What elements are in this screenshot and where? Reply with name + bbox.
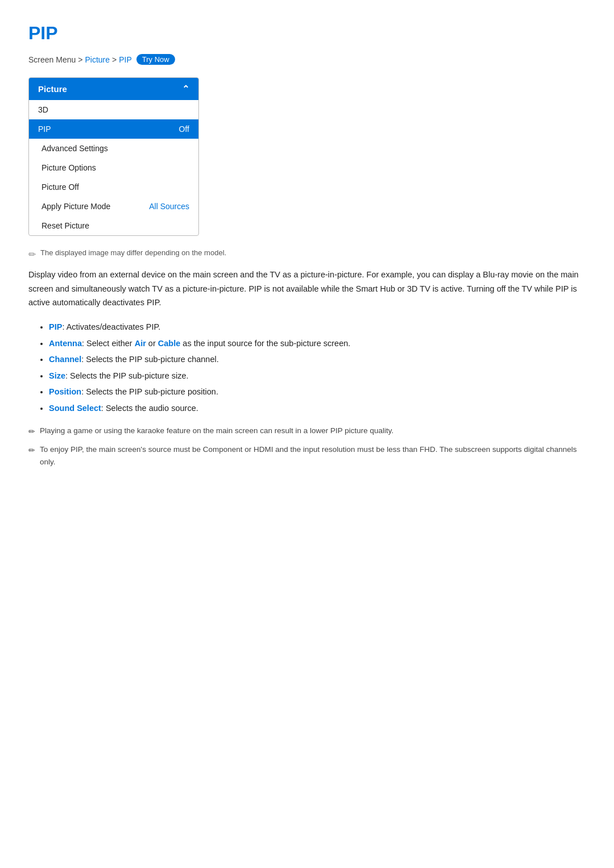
menu-item-picture-options[interactable]: Picture Options: [29, 158, 198, 177]
size-desc: : Selects the PIP sub-picture size.: [65, 371, 189, 380]
menu-item-advanced-settings[interactable]: Advanced Settings: [29, 139, 198, 158]
menu-item-picture-off[interactable]: Picture Off: [29, 177, 198, 197]
top-note: ✏ The displayed image may differ dependi…: [28, 248, 586, 260]
try-now-badge[interactable]: Try Now: [136, 54, 175, 65]
breadcrumb-sep-2: >: [112, 55, 117, 64]
bottom-note-2: ✏ To enjoy PIP, the main screen's source…: [28, 443, 586, 468]
pencil-icon: ✏: [28, 249, 36, 260]
feature-list: PIP: Activates/deactivates PIP. Antenna:…: [28, 320, 586, 416]
menu-item-reset-picture[interactable]: Reset Picture: [29, 216, 198, 235]
top-note-text: The displayed image may differ depending…: [40, 248, 226, 257]
breadcrumb-pip-link[interactable]: PIP: [119, 55, 132, 64]
pip-desc: : Activates/deactivates PIP.: [62, 322, 160, 331]
list-item: Size: Selects the PIP sub-picture size.: [49, 369, 586, 383]
menu-item-pip[interactable]: PIP Off: [29, 119, 198, 139]
antenna-desc-3: as the input source for the sub-picture …: [180, 339, 350, 348]
menu-item-3d[interactable]: 3D: [29, 100, 198, 119]
bottom-note-1-text: Playing a game or using the karaoke feat…: [40, 425, 393, 437]
menu-item-apply-picture-mode[interactable]: Apply Picture Mode All Sources: [29, 197, 198, 216]
page-title: PIP: [28, 23, 586, 44]
list-item: Channel: Selects the PIP sub-picture cha…: [49, 352, 586, 367]
term-pip: PIP: [49, 322, 62, 331]
menu-header: Picture ⌃: [29, 78, 198, 100]
antenna-desc-1: : Select either: [82, 339, 135, 348]
term-sound-select: Sound Select: [49, 404, 101, 413]
menu-header-label: Picture: [38, 84, 67, 94]
menu-item-reset-picture-label: Reset Picture: [42, 221, 89, 230]
bottom-note-1: ✏ Playing a game or using the karaoke fe…: [28, 425, 586, 438]
menu-item-pip-value: Off: [179, 124, 189, 134]
pencil-icon-1: ✏: [28, 426, 35, 438]
position-desc: : Selects the PIP sub-picture position.: [81, 387, 218, 396]
term-channel: Channel: [49, 355, 81, 364]
menu-item-picture-off-label: Picture Off: [42, 182, 79, 192]
menu-item-pip-label: PIP: [38, 124, 51, 134]
term-cable: Cable: [158, 339, 181, 348]
term-size: Size: [49, 371, 65, 380]
menu-box: Picture ⌃ 3D PIP Off Advanced Settings P…: [28, 77, 199, 236]
list-item: PIP: Activates/deactivates PIP.: [49, 320, 586, 334]
breadcrumb: Screen Menu > Picture > PIP Try Now: [28, 54, 586, 65]
list-item: Sound Select: Selects the audio source.: [49, 401, 586, 416]
term-antenna: Antenna: [49, 339, 82, 348]
antenna-desc-2: or: [146, 339, 158, 348]
chevron-up-icon: ⌃: [182, 84, 189, 94]
menu-item-apply-picture-mode-label: Apply Picture Mode: [42, 202, 110, 211]
breadcrumb-screen-menu: Screen Menu: [28, 55, 76, 64]
menu-item-apply-picture-mode-value: All Sources: [149, 202, 189, 211]
pencil-icon-2: ✏: [28, 445, 35, 457]
menu-item-3d-label: 3D: [38, 105, 48, 114]
term-air: Air: [135, 339, 146, 348]
sound-desc: : Selects the audio source.: [101, 404, 198, 413]
breadcrumb-sep-1: >: [78, 55, 82, 64]
list-item: Antenna: Select either Air or Cable as t…: [49, 337, 586, 351]
description: Display video from an external device on…: [28, 268, 586, 310]
menu-item-picture-options-label: Picture Options: [42, 163, 96, 172]
menu-item-advanced-settings-label: Advanced Settings: [42, 144, 108, 153]
list-item: Position: Selects the PIP sub-picture po…: [49, 385, 586, 399]
breadcrumb-picture-link[interactable]: Picture: [85, 55, 110, 64]
term-position: Position: [49, 387, 81, 396]
bottom-note-2-text: To enjoy PIP, the main screen's source m…: [40, 443, 586, 468]
channel-desc: : Selects the PIP sub-picture channel.: [81, 355, 219, 364]
